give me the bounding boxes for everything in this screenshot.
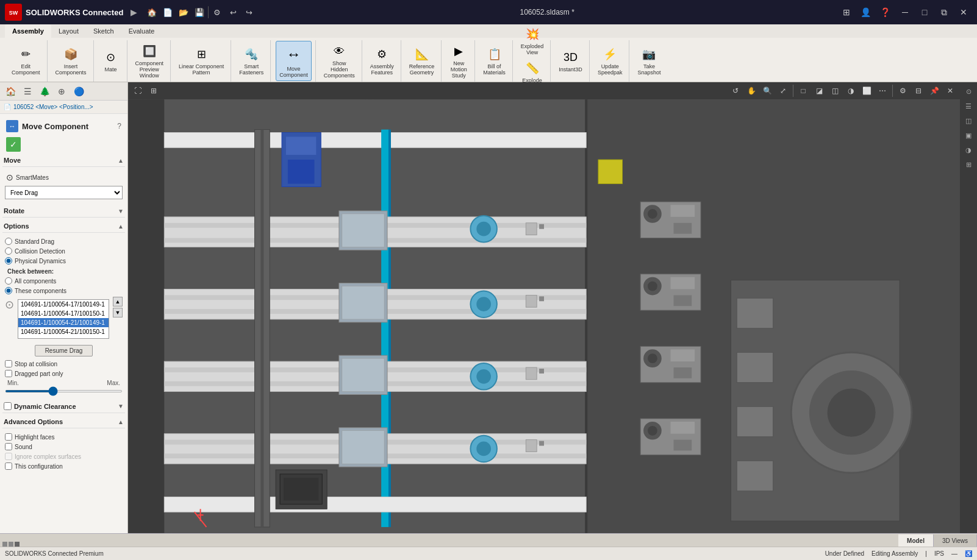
vp-shading[interactable]: ◑ bbox=[843, 83, 858, 98]
all-components-radio[interactable] bbox=[5, 277, 12, 285]
tab-evaluate[interactable]: Evaluate bbox=[121, 24, 162, 38]
options-section-header[interactable]: Options ▲ bbox=[2, 220, 125, 233]
free-drag-select[interactable]: Free Drag Along Assembly XYZ Along Entit… bbox=[5, 186, 123, 199]
dynamic-clearance-header[interactable]: Dynamic Clearance ▼ bbox=[2, 400, 125, 413]
reference-geometry-btn[interactable]: 📐 ReferenceGeometry bbox=[406, 44, 438, 78]
exploded-view-btn[interactable]: 💥 ExplodedView bbox=[518, 24, 547, 58]
bill-of-materials-btn[interactable]: 📋 Bill ofMaterials bbox=[480, 44, 509, 78]
dynamic-clearance-label[interactable]: Dynamic Clearance bbox=[14, 403, 76, 410]
vp-edges[interactable]: ⬜ bbox=[859, 83, 874, 98]
move-component-btn[interactable]: ↔ MoveComponent bbox=[276, 41, 312, 81]
physical-dynamics-label[interactable]: Physical Dynamics bbox=[15, 258, 66, 264]
insert-components-btn[interactable]: 📦 InsertComponents bbox=[52, 44, 90, 78]
ok-button[interactable]: ✓ bbox=[6, 137, 21, 152]
advanced-options-header[interactable]: Advanced Options ▲ bbox=[2, 416, 125, 428]
breadcrumb-file[interactable]: 106052 <Move> <Position...> bbox=[13, 104, 93, 110]
vp-close[interactable]: ✕ bbox=[943, 83, 957, 98]
list-item-2[interactable]: 104691-1/100054-17/100150-1 bbox=[18, 309, 109, 318]
vp-pin[interactable]: 📌 bbox=[927, 83, 942, 98]
assembly-features-btn[interactable]: ⚙ AssemblyFeatures bbox=[367, 44, 397, 78]
rp-icon-6[interactable]: ⊞ bbox=[962, 158, 975, 171]
statusbar-accessibility-icon[interactable]: ♿ bbox=[965, 550, 972, 557]
list-down-btn[interactable]: ▼ bbox=[113, 308, 123, 317]
stop-at-collision-label[interactable]: Stop at collision bbox=[15, 361, 57, 367]
vp-expand-btn[interactable]: ⛶ bbox=[131, 83, 145, 98]
vp-settings[interactable]: ⚙ bbox=[895, 83, 910, 98]
panel-home-btn[interactable]: 🏠 bbox=[2, 83, 18, 99]
standard-drag-radio[interactable] bbox=[5, 238, 12, 245]
panel-filter-btn[interactable]: 🔵 bbox=[71, 83, 87, 99]
vp-view2[interactable]: ◪ bbox=[812, 83, 826, 98]
mate-btn[interactable]: ⊙ Mate bbox=[99, 47, 123, 75]
show-hidden-btn[interactable]: 👁 ShowHiddenComponents bbox=[321, 41, 358, 81]
vp-zoom-fit[interactable]: ⤢ bbox=[776, 83, 790, 98]
dragged-part-checkbox[interactable] bbox=[5, 370, 12, 377]
highlight-faces-label[interactable]: Highlight faces bbox=[15, 434, 55, 441]
open-icon[interactable]: 📂 bbox=[176, 5, 191, 19]
tab-sketch[interactable]: Sketch bbox=[86, 24, 121, 38]
minimize-button[interactable]: ─ bbox=[896, 4, 914, 21]
list-item-1[interactable]: 104691-1/100054-17/100149-1 bbox=[18, 300, 109, 309]
timeline-end[interactable] bbox=[15, 542, 20, 547]
timeline-prev[interactable] bbox=[2, 542, 7, 547]
save-icon[interactable]: 💾 bbox=[192, 5, 207, 19]
close-button[interactable]: ✕ bbox=[955, 4, 972, 21]
dynamic-clearance-checkbox[interactable] bbox=[4, 402, 12, 410]
vp-view1[interactable]: □ bbox=[796, 83, 811, 98]
collision-detection-radio[interactable] bbox=[5, 247, 12, 255]
list-item-3[interactable]: 104691-1/100054-21/100149-1 bbox=[18, 318, 109, 327]
highlight-faces-checkbox[interactable] bbox=[5, 433, 12, 441]
settings-icon[interactable]: ⚙ bbox=[210, 5, 224, 19]
this-config-checkbox[interactable] bbox=[5, 463, 12, 470]
standard-drag-label[interactable]: Standard Drag bbox=[15, 238, 54, 245]
viewport-content[interactable] bbox=[128, 99, 960, 533]
this-config-label[interactable]: This configuration bbox=[15, 463, 63, 470]
sound-checkbox[interactable] bbox=[5, 443, 12, 450]
tab-3d-views[interactable]: 3D Views bbox=[934, 534, 977, 547]
tab-layout[interactable]: Layout bbox=[51, 24, 86, 38]
component-preview-btn[interactable]: 🔲 ComponentPreviewWindow bbox=[132, 41, 167, 81]
redo-icon[interactable]: ↪ bbox=[242, 5, 256, 19]
smart-fasteners-btn[interactable]: 🔩 SmartFasteners bbox=[236, 44, 267, 78]
physical-dynamics-radio[interactable] bbox=[5, 257, 12, 264]
nav-arrow[interactable]: ▶ bbox=[128, 6, 140, 18]
new-file-icon[interactable]: 📄 bbox=[160, 5, 175, 19]
rp-icon-2[interactable]: ☰ bbox=[962, 99, 975, 113]
rp-icon-3[interactable]: ◫ bbox=[962, 114, 975, 127]
sound-label[interactable]: Sound bbox=[15, 444, 32, 450]
undo-icon[interactable]: ↩ bbox=[226, 5, 240, 19]
vp-more[interactable]: ⋯ bbox=[875, 83, 890, 98]
vp-view3[interactable]: ◫ bbox=[828, 83, 842, 98]
tab-model[interactable]: Model bbox=[898, 534, 934, 547]
rotate-section-header[interactable]: Rotate ▼ bbox=[2, 205, 125, 218]
list-item-4[interactable]: 104691-1/100054-21/100150-1 bbox=[18, 327, 109, 336]
panel-list-btn[interactable]: ☰ bbox=[20, 83, 35, 99]
take-snapshot-btn[interactable]: 📷 TakeSnapshot bbox=[634, 44, 664, 78]
components-list[interactable]: 104691-1/100054-17/100149-1 104691-1/100… bbox=[18, 299, 109, 339]
instant3d-btn[interactable]: 3D Instant3D bbox=[556, 47, 585, 75]
vp-zoom-tool[interactable]: 🔍 bbox=[760, 83, 775, 98]
move-section-header[interactable]: Move ▲ bbox=[2, 154, 125, 167]
rp-icon-5[interactable]: ◑ bbox=[962, 143, 975, 157]
vp-pan-tool[interactable]: ✋ bbox=[744, 83, 759, 98]
stop-at-collision-checkbox[interactable] bbox=[5, 360, 12, 367]
panel-help-icon[interactable]: ? bbox=[117, 122, 121, 130]
rp-icon-1[interactable]: ⊙ bbox=[962, 85, 975, 98]
maximize-button[interactable]: □ bbox=[916, 4, 933, 21]
sensitivity-slider[interactable] bbox=[5, 390, 123, 392]
all-components-label[interactable]: All components bbox=[15, 278, 56, 285]
external-icon[interactable]: ⊞ bbox=[838, 4, 855, 21]
panel-search-btn[interactable]: ⊕ bbox=[54, 83, 70, 99]
resume-drag-btn[interactable]: Resume Drag bbox=[35, 345, 93, 356]
tab-assembly[interactable]: Assembly bbox=[5, 24, 51, 38]
collision-detection-label[interactable]: Collision Detection bbox=[15, 248, 65, 255]
vp-grid-btn[interactable]: ⊞ bbox=[146, 83, 161, 98]
timeline-next[interactable] bbox=[9, 542, 13, 547]
help-icon[interactable]: ❓ bbox=[877, 4, 894, 21]
restore-button[interactable]: ⧉ bbox=[936, 4, 953, 21]
edit-component-btn[interactable]: ✏ EditComponent bbox=[9, 44, 43, 78]
vp-rotate-tool[interactable]: ↺ bbox=[728, 83, 743, 98]
update-speedpak-btn[interactable]: ⚡ UpdateSpeedpak bbox=[595, 44, 626, 78]
new-motion-study-btn[interactable]: ▶ NewMotionStudy bbox=[446, 41, 471, 81]
home-icon[interactable]: 🏠 bbox=[145, 5, 159, 19]
